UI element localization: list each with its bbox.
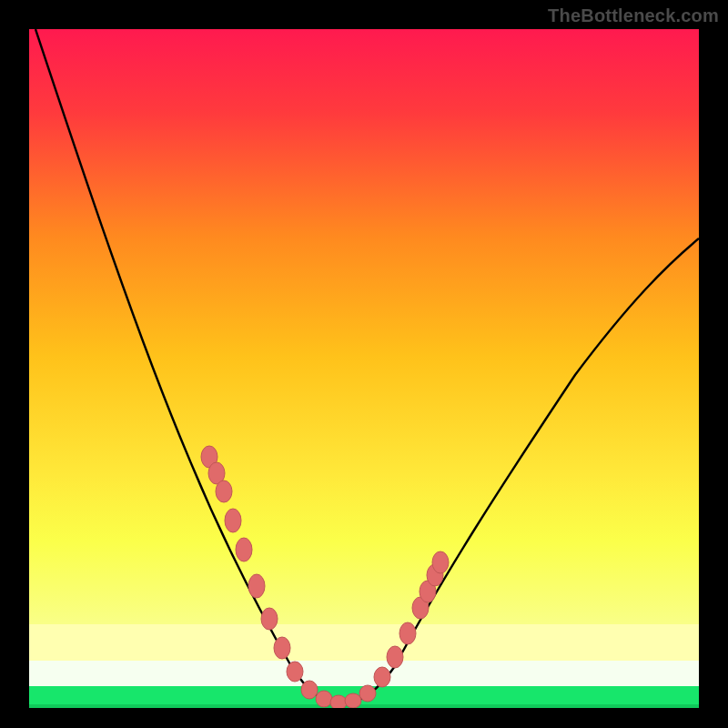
bottleneck-chart — [29, 29, 699, 708]
pale-yellow-band — [29, 624, 699, 661]
marker-dot — [287, 662, 303, 682]
marker-dot — [301, 681, 318, 699]
marker-dot — [432, 551, 449, 573]
marker-dot — [248, 574, 265, 598]
marker-dot — [225, 509, 241, 532]
chart-frame: TheBottleneck.com — [0, 0, 728, 728]
marker-dot — [330, 695, 347, 708]
green-edge — [29, 704, 699, 708]
watermark-text: TheBottleneck.com — [548, 5, 719, 26]
marker-dot — [274, 637, 290, 659]
marker-dot — [316, 691, 332, 707]
marker-dot — [216, 480, 232, 502]
marker-dot — [387, 646, 403, 668]
marker-dot — [345, 693, 361, 708]
marker-dot — [374, 667, 390, 687]
white-band — [29, 661, 699, 686]
marker-dot — [359, 685, 376, 702]
marker-dot — [399, 622, 416, 644]
gradient-background — [29, 29, 699, 624]
marker-dot — [236, 538, 252, 561]
marker-dot — [261, 608, 278, 630]
